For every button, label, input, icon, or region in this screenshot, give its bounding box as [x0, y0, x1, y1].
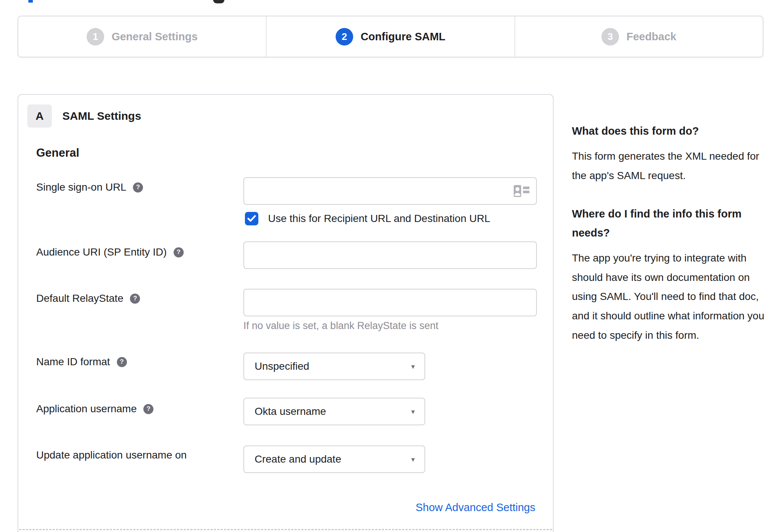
- step-feedback[interactable]: 3 Feedback: [514, 16, 763, 57]
- advanced-section-divider: [19, 529, 552, 530]
- name-id-format-value: Unspecified: [255, 360, 309, 372]
- audience-uri-label: Audience URI (SP Entity ID) ?: [36, 246, 184, 258]
- step-1-badge: 1: [87, 28, 104, 46]
- single-sign-on-url-input[interactable]: [243, 177, 537, 205]
- help-heading-where: Where do I find the info this form needs…: [572, 204, 772, 242]
- application-username-select[interactable]: Okta username ▾: [243, 398, 425, 425]
- use-for-recipient-url-label: Use this for Recipient URL and Destinati…: [268, 213, 490, 225]
- dropdown-arrow-icon: ▾: [411, 407, 415, 416]
- step-configure-saml[interactable]: 2 Configure SAML: [266, 16, 514, 57]
- update-application-username-value: Create and update: [255, 453, 341, 465]
- step-1-label: General Settings: [112, 31, 197, 43]
- general-section-heading: General: [36, 146, 79, 160]
- default-relaystate-input[interactable]: [243, 289, 537, 316]
- step-3-label: Feedback: [626, 31, 676, 43]
- default-relaystate-label: Default RelayState ?: [36, 292, 140, 304]
- checkmark-icon: [247, 215, 256, 222]
- use-for-recipient-url-checkbox[interactable]: [245, 212, 258, 225]
- help-body-what: This form generates the XML needed for t…: [572, 147, 772, 185]
- step-3-badge: 3: [601, 28, 619, 46]
- wizard-stepper: 1 General Settings 2 Configure SAML 3 Fe…: [18, 16, 763, 57]
- audience-uri-help-icon[interactable]: ?: [174, 247, 184, 257]
- help-sidebar: What does this form do? This form genera…: [572, 122, 772, 345]
- help-heading-what: What does this form do?: [572, 122, 772, 141]
- saml-configure-page: { "colors": { "accent_blue": "#1662dd", …: [0, 0, 781, 532]
- update-application-username-label: Update application username on: [36, 449, 187, 461]
- panel-header: A SAML Settings: [27, 104, 141, 128]
- recipient-url-checkbox-row: Use this for Recipient URL and Destinati…: [245, 212, 490, 225]
- default-relaystate-hint: If no value is set, a blank RelayState i…: [243, 320, 438, 332]
- help-body-where: The app you're trying to integrate with …: [572, 248, 772, 345]
- dropdown-arrow-icon: ▾: [411, 455, 415, 464]
- help-section-where: Where do I find the info this form needs…: [572, 204, 772, 345]
- single-sign-on-url-label: Single sign-on URL ?: [36, 181, 143, 193]
- dropdown-arrow-icon: ▾: [411, 362, 415, 371]
- name-id-format-select[interactable]: Unspecified ▾: [243, 353, 425, 380]
- step-2-badge: 2: [336, 28, 353, 46]
- show-advanced-settings-link[interactable]: Show Advanced Settings: [416, 501, 535, 514]
- panel-title: SAML Settings: [62, 110, 141, 122]
- saml-settings-panel: A SAML Settings General Single sign-on U…: [18, 94, 554, 532]
- single-sign-on-url-help-icon[interactable]: ?: [133, 182, 143, 193]
- audience-uri-input[interactable]: [243, 241, 537, 269]
- default-relaystate-help-icon[interactable]: ?: [130, 294, 140, 304]
- step-2-label: Configure SAML: [361, 31, 445, 43]
- cropped-header-icon: [213, 0, 224, 3]
- application-username-help-icon[interactable]: ?: [143, 404, 153, 414]
- section-a-badge: A: [27, 104, 52, 128]
- application-username-label: Application username ?: [36, 403, 153, 415]
- name-id-format-label: Name ID format ?: [36, 356, 127, 368]
- single-sign-on-url-field: [243, 177, 537, 205]
- name-id-format-help-icon[interactable]: ?: [117, 357, 127, 367]
- application-username-value: Okta username: [255, 406, 326, 417]
- update-application-username-select[interactable]: Create and update ▾: [243, 445, 425, 473]
- step-general-settings[interactable]: 1 General Settings: [18, 16, 266, 57]
- help-section-what: What does this form do? This form genera…: [572, 122, 772, 185]
- cropped-page-fragment-blue: [28, 0, 33, 3]
